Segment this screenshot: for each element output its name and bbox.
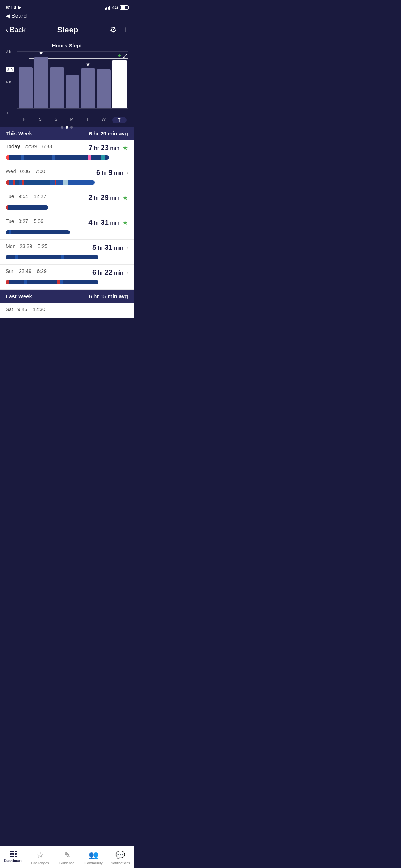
bar-monday bbox=[66, 51, 80, 108]
search-back[interactable]: ◀ Search bbox=[6, 12, 128, 19]
x-labels: F S S M T W T bbox=[6, 117, 128, 123]
entry-sun-left: Sun 23:49 – 6:29 bbox=[6, 268, 47, 274]
battery-icon bbox=[120, 5, 128, 10]
entry-sat-time: 9:45 – 12:30 bbox=[17, 306, 45, 312]
bar-sunday bbox=[50, 51, 64, 108]
this-week-label: This Week bbox=[6, 130, 32, 136]
y-label-0: 0 bbox=[6, 111, 8, 115]
entry-tue2-right: 4 hr 31 min ★ bbox=[88, 218, 128, 227]
entry-sun-header: Sun 23:49 – 6:29 6 hr 22 min › bbox=[6, 268, 128, 277]
this-week-avg: 6 hr 29 min avg bbox=[89, 130, 128, 136]
star-icon: ★ bbox=[122, 194, 128, 202]
sleep-bar-mon bbox=[6, 254, 128, 261]
sleep-bar-tue2 bbox=[6, 229, 128, 236]
entry-tue2[interactable]: Tue 0:27 – 5:06 4 hr 31 min ★ bbox=[0, 215, 134, 240]
star-icon: ★ bbox=[117, 53, 122, 58]
entry-sun[interactable]: Sun 23:49 – 6:29 6 hr 22 min › bbox=[0, 265, 134, 290]
network-label: 4G bbox=[112, 5, 118, 10]
status-bar: 8:14 ▶ 4G bbox=[0, 0, 134, 12]
chart-area: 8 h 7 h 4 h 0 bbox=[6, 51, 128, 115]
entry-today[interactable]: Today 22:39 – 6:33 7 hr 23 min ★ bbox=[0, 140, 134, 165]
chevron-right-icon: › bbox=[126, 244, 128, 251]
entry-today-day: Today bbox=[6, 144, 20, 149]
entry-today-left: Today 22:39 – 6:33 bbox=[6, 144, 52, 149]
dot-1[interactable] bbox=[61, 126, 63, 129]
status-right: 4G bbox=[105, 5, 128, 10]
dot-2-active[interactable] bbox=[66, 126, 68, 129]
entry-sat-header: Sat 9:45 – 12:30 bbox=[6, 306, 128, 312]
last-week-avg: 6 hr 15 min avg bbox=[89, 293, 128, 299]
bar-wednesday bbox=[97, 51, 111, 108]
x-label-t2-selected[interactable]: T bbox=[112, 117, 127, 123]
bar-saturday: ★ bbox=[34, 51, 48, 108]
location-arrow-icon: ▶ bbox=[18, 5, 21, 10]
signal-icon bbox=[105, 5, 110, 10]
entry-tue1-right: 2 hr 29 min ★ bbox=[88, 193, 128, 202]
chevron-right-icon: › bbox=[126, 170, 128, 176]
x-label-s1: S bbox=[33, 117, 47, 123]
entry-tue1-time: 9:54 – 12:27 bbox=[19, 193, 46, 199]
entry-today-duration: 7 hr 23 min bbox=[88, 144, 119, 152]
entry-tue1[interactable]: Tue 9:54 – 12:27 2 hr 29 min ★ bbox=[0, 190, 134, 215]
this-week-header: This Week 6 hr 29 min avg bbox=[0, 127, 134, 140]
entry-tue2-header: Tue 0:27 – 5:06 4 hr 31 min ★ bbox=[6, 218, 128, 227]
y-label-4h: 4 h bbox=[6, 80, 11, 84]
entry-today-header: Today 22:39 – 6:33 7 hr 23 min ★ bbox=[6, 144, 128, 152]
x-label-t1: T bbox=[81, 117, 95, 123]
list-section: This Week 6 hr 29 min avg Today 22:39 – … bbox=[0, 127, 134, 318]
chart-container[interactable]: ⤢ 8 h 7 h 4 h 0 bbox=[6, 51, 128, 123]
entry-wed-header: Wed 0:06 – 7:00 6 hr 9 min › bbox=[6, 169, 128, 177]
star-icon: ★ bbox=[122, 144, 128, 152]
x-label-s2: S bbox=[49, 117, 63, 123]
entry-sat-left: Sat 9:45 – 12:30 bbox=[6, 306, 45, 312]
back-arrow-icon: ◀ bbox=[6, 12, 10, 19]
add-icon[interactable]: + bbox=[123, 24, 128, 35]
entry-sun-right: 6 hr 22 min › bbox=[92, 268, 128, 277]
sleep-bar-today bbox=[6, 154, 128, 161]
entry-sun-time: 23:49 – 6:29 bbox=[19, 268, 47, 274]
sleep-bar-sun bbox=[6, 279, 128, 286]
settings-icon[interactable]: ⚙ bbox=[110, 25, 117, 35]
goal-label: 7 h bbox=[6, 67, 14, 72]
chevron-right-icon: › bbox=[126, 269, 128, 276]
sleep-bar-wed bbox=[6, 179, 128, 186]
search-label: Search bbox=[11, 13, 30, 19]
entry-mon-left: Mon 23:39 – 5:25 bbox=[6, 243, 47, 249]
entry-sat-day: Sat bbox=[6, 306, 13, 312]
nav-header: ‹ Back Sleep ⚙ + bbox=[0, 21, 134, 40]
chart-section: Hours Slept ⤢ 8 h 7 h 4 h 0 bbox=[0, 40, 134, 127]
back-button[interactable]: ‹ Back bbox=[6, 25, 26, 35]
last-week-header: Last Week 6 hr 15 min avg bbox=[0, 290, 134, 303]
status-time: 8:14 ▶ bbox=[6, 4, 21, 10]
bar-tuesday: ★ bbox=[81, 51, 95, 108]
entry-tue2-time: 0:27 – 5:06 bbox=[19, 218, 43, 224]
back-label: Back bbox=[10, 26, 25, 34]
entry-mon[interactable]: Mon 23:39 – 5:25 5 hr 31 min › bbox=[0, 240, 134, 265]
entry-mon-duration: 5 hr 31 min bbox=[92, 243, 123, 252]
star-icon: ★ bbox=[122, 219, 128, 227]
entry-today-time: 22:39 – 6:33 bbox=[24, 144, 52, 149]
entry-tue2-left: Tue 0:27 – 5:06 bbox=[6, 218, 43, 224]
dot-indicators bbox=[6, 126, 128, 129]
entry-mon-right: 5 hr 31 min › bbox=[92, 243, 128, 252]
chevron-left-icon: ‹ bbox=[6, 25, 8, 35]
entry-wed-right: 6 hr 9 min › bbox=[96, 169, 128, 177]
last-week-label: Last Week bbox=[6, 293, 32, 299]
entry-tue1-day: Tue bbox=[6, 193, 14, 199]
dot-3[interactable] bbox=[70, 126, 73, 129]
entry-tue2-duration: 4 hr 31 min bbox=[88, 218, 119, 227]
bars-container: ★ ★ bbox=[17, 51, 128, 108]
star-icon: ★ bbox=[86, 61, 91, 67]
entry-sat-lastweek[interactable]: Sat 9:45 – 12:30 bbox=[0, 303, 134, 318]
entry-tue1-left: Tue 9:54 – 12:27 bbox=[6, 193, 46, 199]
entry-sun-duration: 6 hr 22 min bbox=[92, 268, 123, 277]
entry-wed[interactable]: Wed 0:06 – 7:00 6 hr 9 min › bbox=[0, 165, 134, 190]
entry-today-right: 7 hr 23 min ★ bbox=[88, 144, 128, 152]
x-label-w: W bbox=[96, 117, 110, 123]
entry-sun-day: Sun bbox=[6, 268, 15, 274]
nav-actions: ⚙ + bbox=[110, 24, 128, 35]
entry-wed-duration: 6 hr 9 min bbox=[96, 169, 123, 177]
entry-wed-time: 0:06 – 7:00 bbox=[20, 169, 45, 174]
entry-wed-day: Wed bbox=[6, 169, 16, 174]
x-label-m: M bbox=[65, 117, 79, 123]
